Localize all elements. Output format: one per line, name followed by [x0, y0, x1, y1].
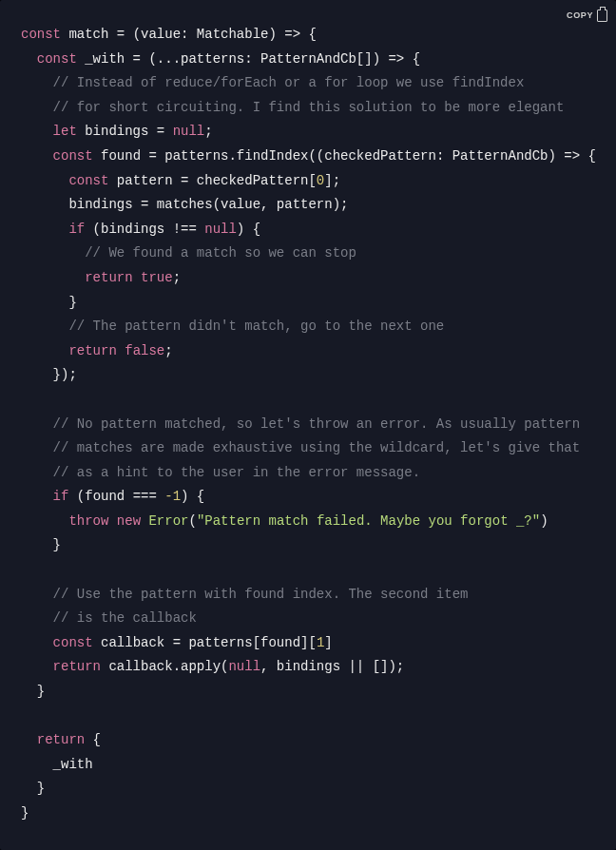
copy-button[interactable]: COPY [564, 2, 610, 30]
copy-label: COPY [567, 4, 593, 29]
code-content: const match = (value: Matchable) => { co… [21, 23, 599, 826]
code-block: COPY const match = (value: Matchable) =>… [0, 0, 616, 850]
clipboard-icon [597, 10, 607, 22]
